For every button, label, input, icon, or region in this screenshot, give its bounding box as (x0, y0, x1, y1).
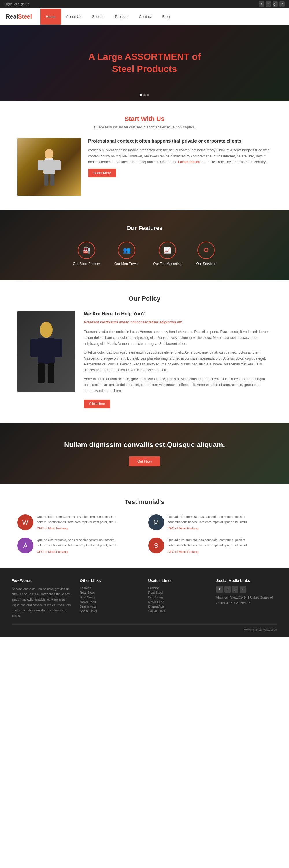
nav-service[interactable]: Service (87, 9, 110, 25)
footer-link-newsfeed-1[interactable]: News Feed (80, 600, 141, 603)
features-title: Our Features (17, 225, 272, 231)
start-highlight: Lorem ipsum (178, 160, 200, 164)
feature-steel-factory[interactable]: 🏭 Our Steel Factory (73, 242, 100, 266)
logo-real: Real (6, 13, 18, 20)
policy-two-col: We Are Here To Help You? Praesent vestib… (17, 311, 272, 408)
linkedin-icon[interactable]: in (280, 1, 285, 7)
nav-about[interactable]: About Us (61, 9, 87, 25)
testimonial-0: W Quo ad clita prompta, has causdolor co… (17, 515, 141, 530)
hero-dots (140, 94, 149, 96)
nav-blog[interactable]: Blog (157, 9, 175, 25)
footer-twitter-icon[interactable]: t (224, 586, 230, 593)
footer-link-sociallinks-2[interactable]: Social Links (148, 609, 209, 613)
hero-content: A Large ASSORTMENT of Steel Products (88, 51, 201, 75)
hero-dot-2[interactable] (143, 94, 146, 96)
svg-rect-2 (43, 160, 55, 174)
footer-link-realsteel-1[interactable]: Real Steel (80, 591, 141, 594)
testimonial-body-3: Quo ad clita prompta, has causdolor comm… (168, 537, 272, 548)
avatar-0: W (17, 515, 33, 530)
feature-men-power[interactable]: 👥 Our Men Power (114, 242, 139, 266)
our-services-icon: ⚙ (197, 242, 215, 259)
testimonial-body-2: Quo ad clita prompta, has causdolor comm… (37, 537, 141, 548)
nav-contact[interactable]: Contact (134, 9, 157, 25)
get-now-button[interactable]: Get Now (129, 456, 160, 466)
avatar-2: A (17, 537, 33, 554)
feature-top-marketing[interactable]: 📈 Our Top Marketing (153, 242, 182, 266)
start-card-body2: and quite likely since the sixteenth cen… (201, 160, 266, 164)
worker-svg (38, 148, 61, 186)
footer-col-otherlinks: Other Links Fashion Real Steel Best Song… (80, 578, 141, 619)
click-here-button[interactable]: Click Here (84, 400, 110, 408)
logo: RealSteel (6, 13, 32, 20)
footer-link-bestsong-1[interactable]: Best Song (80, 595, 141, 599)
footer-col1-title: Few Words (11, 578, 73, 583)
policy-highlight: Praesent vestibulum enean nonconsectetue… (84, 319, 272, 326)
features-grid: 🏭 Our Steel Factory 👥 Our Men Power 📈 Ou… (17, 242, 272, 266)
svg-rect-4 (54, 160, 61, 170)
footer-link-dramaacts-1[interactable]: Drama Acts (80, 605, 141, 608)
footer-bottom: www.templatetoaster.com (11, 624, 278, 631)
testimonial-role-2: CEO of Mord Fustang (37, 550, 68, 554)
top-marketing-icon: 📈 (159, 242, 176, 259)
feature-our-services[interactable]: ⚙ Our Services (196, 242, 216, 266)
testimonials-section: Testimonial's W Quo ad clita prompta, ha… (0, 484, 289, 568)
cta-text: Nullam dignissim convallis est.Quisque a… (17, 440, 272, 449)
learn-more-button[interactable]: Learn More (88, 169, 116, 177)
hero-dot-3[interactable] (147, 94, 149, 96)
footer-linkedin-icon[interactable]: in (240, 586, 246, 593)
footer-googleplus-icon[interactable]: g+ (232, 586, 239, 593)
features-content: Our Features 🏭 Our Steel Factory 👥 Our M… (17, 225, 272, 266)
feature-label-1: Our Men Power (114, 262, 139, 266)
testimonial-role-1: CEO of Mord Fustang (168, 527, 198, 530)
footer-link-bestsong-2[interactable]: Best Song (148, 595, 209, 599)
footer-link-realsteel-2[interactable]: Real Steel (148, 591, 209, 594)
svg-rect-1 (45, 158, 53, 160)
twitter-icon[interactable]: t (265, 1, 271, 7)
hero-line2: of (192, 52, 201, 62)
svg-rect-12 (48, 363, 54, 383)
footer-link-sociallinks-1[interactable]: Social Links (80, 609, 141, 613)
testimonial-text-2: Quo ad clita prompta, has causdolor comm… (37, 537, 141, 554)
policy-para-1: Praesent vestibulum molestie lacus. Aene… (84, 329, 272, 347)
svg-rect-11 (38, 363, 44, 383)
testimonial-2: A Quo ad clita prompta, has causdolor co… (17, 537, 141, 554)
footer-link-fashion-1[interactable]: Fashion (80, 586, 141, 590)
features-section: Our Features 🏭 Our Steel Factory 👥 Our M… (0, 210, 289, 280)
steel-factory-icon: 🏭 (78, 242, 95, 259)
footer-link-fashion-2[interactable]: Fashion (148, 586, 209, 590)
start-section: Start With Us Fusce felis ipsum feugiat … (0, 101, 289, 210)
footer-link-newsfeed-2[interactable]: News Feed (148, 600, 209, 603)
svg-rect-6 (50, 174, 54, 186)
footer-facebook-icon[interactable]: f (216, 586, 223, 593)
signup-link[interactable]: Sign Up (18, 2, 30, 6)
footer-link-dramaacts-2[interactable]: Drama Acts (148, 605, 209, 608)
nav-projects[interactable]: Projects (110, 9, 134, 25)
start-two-col: Professional context it often happens th… (17, 138, 272, 196)
testimonial-text-3: Quo ad clita prompta, has causdolor comm… (168, 537, 272, 554)
separator: or (14, 2, 17, 6)
policy-text: We Are Here To Help You? Praesent vestib… (84, 311, 272, 408)
hero-dot-1[interactable] (140, 94, 142, 96)
policy-para-3: Aenean aucto et urna.nc odio, gravida at… (84, 376, 272, 394)
testimonial-body-0: Quo ad clita prompta, has causdolor comm… (37, 515, 141, 525)
hero-line3: Steel Products (112, 64, 177, 74)
policy-card-title: We Are Here To Help You? (84, 311, 272, 317)
login-link[interactable]: Login (4, 2, 12, 6)
footer-address: Mountain View, CA 941 United States of A… (216, 595, 278, 606)
logo-steel: Steel (18, 13, 32, 20)
cta-section: Nullam dignissim convallis est.Quisque a… (0, 423, 289, 484)
svg-point-7 (40, 322, 52, 338)
start-title: Start With Us (17, 115, 272, 123)
navbar: RealSteel Home About Us Service Projects… (0, 8, 289, 26)
facebook-icon[interactable]: f (259, 1, 264, 7)
copyright-text: www.templatetoaster.com (245, 628, 278, 631)
footer-col2-title: Other Links (80, 578, 141, 583)
footer-col-usefulllinks: Usefull Links Fashion Real Steel Best So… (148, 578, 209, 619)
cta-content: Nullam dignissim convallis est.Quisque a… (17, 440, 272, 466)
googleplus-icon[interactable]: g+ (273, 1, 278, 7)
testimonial-1: M Quo ad clita prompta, has causdolor co… (148, 515, 272, 530)
footer-col3-title: Usefull Links (148, 578, 209, 583)
start-image (17, 138, 81, 196)
svg-rect-10 (54, 339, 62, 357)
nav-home[interactable]: Home (40, 9, 61, 25)
